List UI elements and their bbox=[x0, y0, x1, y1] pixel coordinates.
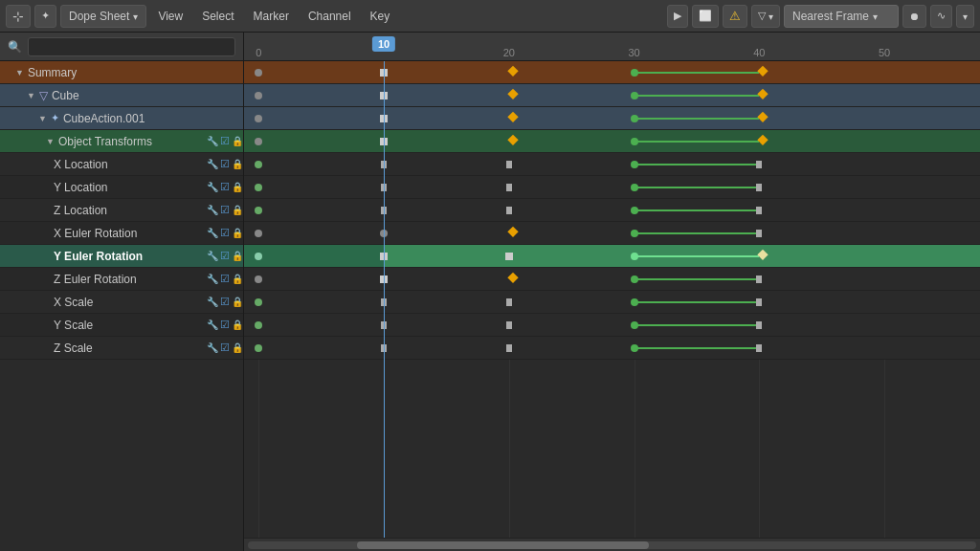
object-transforms-arrow-icon: ▼ bbox=[46, 137, 55, 146]
wrench-icon-xrot[interactable]: 🔧 bbox=[207, 228, 218, 238]
row-x-scale[interactable]: X Scale 🔧 ☑ 🔒 bbox=[0, 291, 243, 314]
kf-ca-30 bbox=[631, 115, 638, 122]
row-z-euler-rotation[interactable]: Z Euler Rotation 🔧 ☑ 🔒 bbox=[0, 268, 243, 291]
row-y-euler-rotation[interactable]: Y Euler Rotation 🔧 ☑ 🔒 bbox=[0, 245, 243, 268]
marker-menu[interactable]: Marker bbox=[246, 5, 297, 28]
checkbox-icon-xloc[interactable]: ☑ bbox=[220, 158, 230, 170]
kf-yscale-0 bbox=[255, 321, 262, 329]
row-cubeaction-label: ▼ ✦ CubeAction.001 bbox=[4, 112, 243, 125]
wrench-icon-zscale[interactable]: 🔧 bbox=[207, 342, 218, 353]
row-z-location[interactable]: Z Location 🔧 ☑ 🔒 bbox=[0, 199, 243, 222]
kf-ot-0 bbox=[255, 138, 262, 145]
row-cube-label: ▼ ▽ Cube bbox=[4, 89, 243, 102]
row-object-transforms[interactable]: ▼ Object Transforms 🔧 ☑ 🔒 bbox=[0, 130, 243, 153]
timeline-content[interactable] bbox=[244, 61, 980, 538]
timeline-row-y-location bbox=[244, 176, 980, 199]
timeline-row-y-scale bbox=[244, 314, 980, 337]
curve-chevron-icon[interactable] bbox=[956, 5, 974, 28]
channel-menu[interactable]: Channel bbox=[301, 5, 359, 28]
timeline-scrollbar[interactable] bbox=[244, 538, 980, 551]
kf-zscale-40 bbox=[756, 344, 762, 352]
search-icon: 🔍 bbox=[8, 40, 22, 54]
kf-zrot-40 bbox=[756, 276, 762, 283]
kf-xscale-30 bbox=[631, 298, 638, 306]
nearest-frame-dropdown[interactable]: Nearest Frame bbox=[784, 5, 899, 28]
kf-zscale-30 bbox=[631, 344, 638, 352]
row-y-scale-label: Y Scale bbox=[4, 319, 203, 332]
timeline-row-y-euler bbox=[244, 245, 980, 268]
filter-icon[interactable]: ▽ bbox=[751, 5, 780, 28]
wrench-icon-yscale[interactable]: 🔧 bbox=[207, 320, 218, 330]
lock-icon-yscale[interactable]: 🔒 bbox=[232, 320, 243, 330]
checkbox-icon-yscale[interactable]: ☑ bbox=[220, 319, 230, 331]
checkbox-icon-yloc[interactable]: ☑ bbox=[220, 181, 230, 193]
row-z-scale-label: Z Scale bbox=[4, 342, 203, 355]
row-summary[interactable]: ▼ Summary bbox=[0, 61, 243, 84]
scrollbar-track[interactable] bbox=[248, 541, 976, 549]
row-y-scale[interactable]: Y Scale 🔧 ☑ 🔒 bbox=[0, 314, 243, 337]
timeline-row-cube bbox=[244, 84, 980, 107]
wrench-icon-xscale[interactable]: 🔧 bbox=[207, 297, 218, 307]
checkbox-icon-xscale[interactable]: ☑ bbox=[220, 296, 230, 308]
kf-yloc-40 bbox=[756, 184, 762, 191]
lock-icon[interactable]: 🔒 bbox=[232, 136, 243, 146]
z-scale-icons: 🔧 ☑ 🔒 bbox=[207, 342, 243, 354]
warning-icon[interactable]: ⚠ bbox=[723, 5, 747, 28]
lock-icon-xloc[interactable]: 🔒 bbox=[232, 159, 243, 169]
lock-icon-xrot[interactable]: 🔒 bbox=[232, 228, 243, 238]
lock-icon-yloc[interactable]: 🔒 bbox=[232, 182, 243, 192]
kf-xloc-30 bbox=[631, 161, 638, 168]
row-cubeaction[interactable]: ▼ ✦ CubeAction.001 bbox=[0, 107, 243, 130]
select-menu[interactable]: Select bbox=[194, 5, 241, 28]
x-scale-icons: 🔧 ☑ 🔒 bbox=[207, 296, 243, 308]
kf-xscale-20 bbox=[506, 298, 512, 306]
row-x-location[interactable]: X Location 🔧 ☑ 🔒 bbox=[0, 153, 243, 176]
checkbox-icon-zloc[interactable]: ☑ bbox=[220, 204, 230, 216]
wrench-icon-xloc[interactable]: 🔧 bbox=[207, 159, 218, 169]
timeline-row-summary bbox=[244, 61, 980, 84]
checkbox-icon-xrot[interactable]: ☑ bbox=[220, 227, 230, 239]
kf-yscale-40 bbox=[756, 321, 762, 329]
lock-icon-zrot[interactable]: 🔒 bbox=[232, 274, 243, 284]
row-z-scale[interactable]: Z Scale 🔧 ☑ 🔒 bbox=[0, 337, 243, 360]
curve-icon[interactable]: ∿ bbox=[930, 5, 952, 28]
kf-yloc-20 bbox=[506, 184, 512, 191]
wrench-icon-zrot[interactable]: 🔧 bbox=[207, 274, 218, 284]
wrench-icon-zloc[interactable]: 🔧 bbox=[207, 205, 218, 215]
checkbox-icon-zscale[interactable]: ☑ bbox=[220, 342, 230, 354]
frame-0: 0 bbox=[256, 47, 261, 58]
wrench-icon[interactable]: 🔧 bbox=[207, 136, 218, 146]
select-mode-icon[interactable]: ▶ bbox=[667, 5, 688, 28]
lock-icon-zscale[interactable]: 🔒 bbox=[232, 342, 243, 353]
box-select-icon[interactable]: ⬜ bbox=[692, 5, 719, 28]
wrench-icon-yrot[interactable]: 🔧 bbox=[207, 251, 218, 261]
lock-icon-yrot[interactable]: 🔒 bbox=[232, 251, 243, 261]
dope-sheet-dropdown[interactable]: Dope Sheet bbox=[60, 5, 146, 28]
checkbox-icon-yrot[interactable]: ☑ bbox=[220, 250, 230, 262]
scrollbar-thumb[interactable] bbox=[357, 541, 648, 549]
kf-yscale-20 bbox=[506, 321, 512, 329]
current-frame-line bbox=[384, 61, 385, 538]
lock-icon-xscale[interactable]: 🔒 bbox=[232, 297, 243, 307]
key-menu[interactable]: Key bbox=[363, 5, 398, 28]
kf-line-yrot bbox=[635, 255, 760, 257]
search-input[interactable] bbox=[28, 37, 235, 56]
editor-type-icon[interactable]: ⊹ bbox=[6, 5, 31, 28]
view-menu[interactable]: View bbox=[150, 5, 190, 28]
timeline-rows-area bbox=[244, 61, 980, 538]
row-x-euler-rotation[interactable]: X Euler Rotation 🔧 ☑ 🔒 bbox=[0, 222, 243, 245]
playback-icon[interactable]: ⏺ bbox=[902, 5, 926, 28]
checkbox-icon[interactable]: ☑ bbox=[220, 135, 230, 147]
row-y-location[interactable]: Y Location 🔧 ☑ 🔒 bbox=[0, 176, 243, 199]
timeline-panel: 0 10 20 30 40 50 bbox=[244, 33, 980, 551]
filter-chevron-icon bbox=[768, 11, 773, 22]
y-euler-icons: 🔧 ☑ 🔒 bbox=[207, 250, 243, 262]
cube-arrow-icon: ▼ bbox=[27, 91, 35, 100]
lock-icon-zloc[interactable]: 🔒 bbox=[232, 205, 243, 215]
checkbox-icon-zrot[interactable]: ☑ bbox=[220, 273, 230, 285]
row-cube[interactable]: ▼ ▽ Cube bbox=[0, 84, 243, 107]
wrench-icon-yloc[interactable]: 🔧 bbox=[207, 182, 218, 192]
pin-icon[interactable]: ✦ bbox=[34, 5, 56, 28]
y-location-icons: 🔧 ☑ 🔒 bbox=[207, 181, 243, 193]
nearest-frame-chevron-icon bbox=[873, 10, 878, 23]
